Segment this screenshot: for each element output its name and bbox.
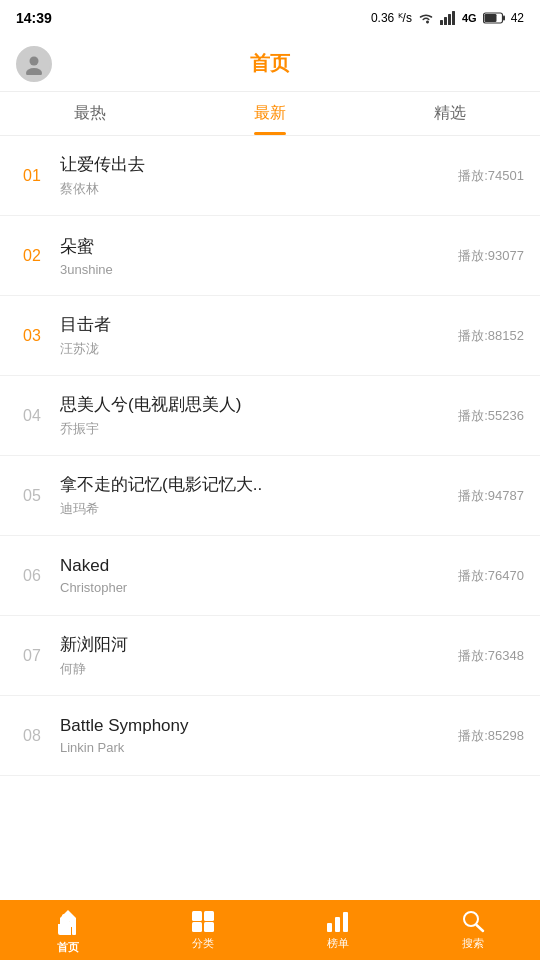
nav-chart-label: 榜单 <box>327 936 349 951</box>
item-title: 思美人兮(电视剧思美人) <box>60 393 450 416</box>
item-plays: 播放:94787 <box>458 487 524 505</box>
svg-rect-5 <box>503 16 505 21</box>
list-item[interactable]: 08 Battle Symphony Linkin Park 播放:85298 <box>0 696 540 776</box>
category-icon <box>190 909 216 933</box>
item-rank: 03 <box>16 327 48 345</box>
svg-rect-13 <box>204 922 214 932</box>
item-rank: 02 <box>16 247 48 265</box>
svg-point-8 <box>26 68 42 75</box>
item-artist: Christopher <box>60 580 450 595</box>
item-info: 思美人兮(电视剧思美人) 乔振宇 <box>60 393 450 438</box>
svg-rect-16 <box>343 912 348 932</box>
item-plays: 播放:74501 <box>458 167 524 185</box>
item-artist: 蔡依林 <box>60 180 450 198</box>
svg-rect-6 <box>484 14 496 22</box>
item-rank: 01 <box>16 167 48 185</box>
item-artist: 迪玛希 <box>60 500 450 518</box>
item-info: Battle Symphony Linkin Park <box>60 716 450 755</box>
item-rank: 07 <box>16 647 48 665</box>
nav-category[interactable]: 分类 <box>135 900 270 960</box>
tab-new[interactable]: 最新 <box>180 92 360 135</box>
chart-icon <box>325 909 351 933</box>
item-title: 让爱传出去 <box>60 153 450 176</box>
tab-hot[interactable]: 最热 <box>0 92 180 135</box>
svg-rect-10 <box>192 911 202 921</box>
network-type: 4G <box>462 12 477 24</box>
item-plays: 播放:88152 <box>458 327 524 345</box>
item-info: 让爱传出去 蔡依林 <box>60 153 450 198</box>
nav-home-icon <box>55 913 81 937</box>
nav-search[interactable]: 搜索 <box>405 900 540 960</box>
item-rank: 06 <box>16 567 48 585</box>
item-plays: 播放:76348 <box>458 647 524 665</box>
signal-icon <box>440 11 456 25</box>
nav-search-label: 搜索 <box>462 936 484 951</box>
svg-rect-1 <box>444 17 447 25</box>
item-artist: 何静 <box>60 660 450 678</box>
status-time: 14:39 <box>16 10 52 26</box>
svg-point-17 <box>464 912 478 926</box>
list-item[interactable]: 07 新浏阳河 何静 播放:76348 <box>0 616 540 696</box>
svg-line-18 <box>476 925 483 931</box>
search-icon <box>460 909 486 933</box>
nav-home-label: 首页 <box>57 940 79 955</box>
item-info: 新浏阳河 何静 <box>60 633 450 678</box>
item-rank: 04 <box>16 407 48 425</box>
svg-rect-12 <box>192 922 202 932</box>
svg-rect-0 <box>440 20 443 25</box>
header: 首页 <box>0 36 540 92</box>
svg-rect-3 <box>452 11 455 25</box>
list-item[interactable]: 02 朵蜜 3unshine 播放:93077 <box>0 216 540 296</box>
status-bar: 14:39 0.36 ᴷ/s 4G <box>0 0 540 36</box>
battery-level: 42 <box>511 11 524 25</box>
tab-selected[interactable]: 精选 <box>360 92 540 135</box>
item-plays: 播放:76470 <box>458 567 524 585</box>
item-rank: 05 <box>16 487 48 505</box>
nav-home[interactable]: 首页 <box>0 900 135 960</box>
item-artist: Linkin Park <box>60 740 450 755</box>
item-plays: 播放:85298 <box>458 727 524 745</box>
wifi-icon <box>418 11 434 25</box>
nav-chart[interactable]: 榜单 <box>270 900 405 960</box>
song-list: 01 让爱传出去 蔡依林 播放:74501 02 朵蜜 3unshine 播放:… <box>0 136 540 900</box>
item-title: 朵蜜 <box>60 235 450 258</box>
item-artist: 乔振宇 <box>60 420 450 438</box>
svg-rect-2 <box>448 14 451 25</box>
item-artist: 3unshine <box>60 262 450 277</box>
bottom-nav: 首页 分类 榜单 搜索 <box>0 900 540 960</box>
list-item[interactable]: 04 思美人兮(电视剧思美人) 乔振宇 播放:55236 <box>0 376 540 456</box>
battery-icon <box>483 12 505 24</box>
list-item[interactable]: 03 目击者 汪苏泷 播放:88152 <box>0 296 540 376</box>
item-plays: 播放:55236 <box>458 407 524 425</box>
item-title: 目击者 <box>60 313 450 336</box>
item-title: Naked <box>60 556 450 576</box>
svg-point-7 <box>30 56 39 65</box>
item-info: 拿不走的记忆(电影记忆大.. 迪玛希 <box>60 473 450 518</box>
item-info: Naked Christopher <box>60 556 450 595</box>
svg-rect-11 <box>204 911 214 921</box>
list-item[interactable]: 01 让爱传出去 蔡依林 播放:74501 <box>0 136 540 216</box>
item-artist: 汪苏泷 <box>60 340 450 358</box>
svg-rect-14 <box>327 923 332 932</box>
item-info: 朵蜜 3unshine <box>60 235 450 277</box>
item-info: 目击者 汪苏泷 <box>60 313 450 358</box>
list-item[interactable]: 06 Naked Christopher 播放:76470 <box>0 536 540 616</box>
nav-category-label: 分类 <box>192 936 214 951</box>
tabs-bar: 最热 最新 精选 <box>0 92 540 136</box>
svg-rect-9 <box>72 923 76 935</box>
item-title: 拿不走的记忆(电影记忆大.. <box>60 473 450 496</box>
avatar[interactable] <box>16 46 52 82</box>
svg-rect-15 <box>335 917 340 932</box>
item-plays: 播放:93077 <box>458 247 524 265</box>
item-rank: 08 <box>16 727 48 745</box>
network-speed: 0.36 ᴷ/s <box>371 11 412 25</box>
page-title: 首页 <box>250 50 290 77</box>
status-right: 0.36 ᴷ/s 4G <box>371 11 524 25</box>
list-item[interactable]: 05 拿不走的记忆(电影记忆大.. 迪玛希 播放:94787 <box>0 456 540 536</box>
item-title: 新浏阳河 <box>60 633 450 656</box>
item-title: Battle Symphony <box>60 716 450 736</box>
